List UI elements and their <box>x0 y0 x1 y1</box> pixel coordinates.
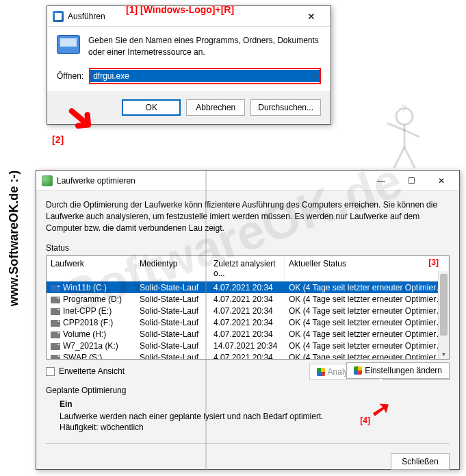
status-label: Status <box>46 243 450 253</box>
drive-icon <box>51 285 60 292</box>
change-settings-button[interactable]: Einstellungen ändern <box>346 362 450 379</box>
scroll-down-icon[interactable]: ▼ <box>439 349 449 359</box>
run-icon <box>53 11 64 22</box>
ok-button[interactable]: OK <box>122 99 181 116</box>
drive-row[interactable]: SWAP (S:)Solid-State-Lauf4.07.2021 20:34… <box>47 351 449 360</box>
col-type[interactable]: Medientyp <box>135 256 209 281</box>
drive-row[interactable]: Programme (D:)Solid-State-Lauf4.07.2021 … <box>47 293 449 305</box>
svg-line-2 <box>387 123 404 130</box>
scrollbar-thumb[interactable] <box>440 274 448 336</box>
close-button[interactable]: ✕ <box>426 171 456 190</box>
scheduled-title: Geplante Optimierung <box>46 386 450 395</box>
svg-line-5 <box>404 147 415 168</box>
open-combobox[interactable]: ▾ <box>89 68 321 84</box>
browse-button[interactable]: Durchsuchen... <box>250 99 321 116</box>
cancel-button[interactable]: Abbrechen <box>186 99 245 116</box>
shield-icon <box>317 368 325 376</box>
advanced-view-checkbox[interactable] <box>46 367 55 376</box>
stick-figure-watermark: ? <box>370 103 425 171</box>
svg-text:?: ? <box>401 103 406 114</box>
run-description: Geben Sie den Namen eines Programms, Ord… <box>88 35 321 58</box>
maximize-button[interactable]: ☐ <box>396 171 426 190</box>
schedule-description: Laufwerke werden nach einer geplante lys… <box>60 412 450 421</box>
advanced-view-label: Erweiterte Ansicht <box>59 366 125 376</box>
optimize-description: Durch die Optimierung der Laufwerke könn… <box>46 199 450 234</box>
col-date[interactable]: Zuletzt analysiert o... <box>209 256 285 281</box>
optimize-drives-window: Laufwerke optimieren — ☐ ✕ Durch die Opt… <box>36 170 460 470</box>
drive-icon <box>51 343 60 350</box>
drive-row[interactable]: W7_2021a (K:)Solid-State-Lauf14.07.2021 … <box>47 340 449 351</box>
optimize-icon <box>42 175 53 186</box>
drive-row[interactable]: Win11b (C:)Solid-State-Lauf4.07.2021 20:… <box>47 281 449 293</box>
annotation-2: [2] <box>52 134 64 145</box>
drive-icon <box>51 320 60 327</box>
drive-listview[interactable]: Laufwerk Medientyp Zuletzt analysiert o.… <box>46 255 450 360</box>
divider <box>46 443 450 444</box>
drive-icon <box>51 355 60 360</box>
close-window-button[interactable]: Schließen <box>391 453 450 470</box>
svg-line-3 <box>404 130 419 137</box>
open-input[interactable] <box>90 70 320 82</box>
close-button[interactable]: ✕ <box>298 7 325 26</box>
drive-icon <box>51 331 60 338</box>
column-headers[interactable]: Laufwerk Medientyp Zuletzt analysiert o.… <box>47 256 449 281</box>
col-status[interactable]: Aktueller Status[3] <box>285 256 449 281</box>
watermark-side-text: www.SoftwareOK.de :-) <box>7 170 21 305</box>
annotation-1: [1] [Windows-Logo]+[R] <box>126 4 234 15</box>
shield-icon <box>354 366 362 375</box>
drive-icon <box>51 297 60 303</box>
minimize-button[interactable]: — <box>366 171 396 190</box>
optimize-titlebar[interactable]: Laufwerke optimieren — ☐ ✕ <box>36 171 459 191</box>
annotation-3: [3] <box>428 258 439 267</box>
scrollbar[interactable]: ▲ ▼ <box>438 271 449 359</box>
drive-row[interactable]: Inet-CPP (E:)Solid-State-Lauf4.07.2021 2… <box>47 305 449 316</box>
open-label: Öffnen: <box>57 71 83 81</box>
drive-row[interactable]: Volume (H:)Solid-State-Lauf4.07.2021 20:… <box>47 328 449 340</box>
svg-line-4 <box>394 147 404 168</box>
run-app-icon <box>57 35 80 54</box>
schedule-frequency: Häufigkeit: wöchentlich <box>60 423 450 432</box>
col-name[interactable]: Laufwerk <box>47 256 135 281</box>
svg-point-0 <box>396 108 413 125</box>
drive-row[interactable]: CPP2018 (F:)Solid-State-Lauf4.07.2021 20… <box>47 316 449 328</box>
drive-icon <box>51 308 60 315</box>
optimize-title: Laufwerke optimieren <box>57 176 366 186</box>
